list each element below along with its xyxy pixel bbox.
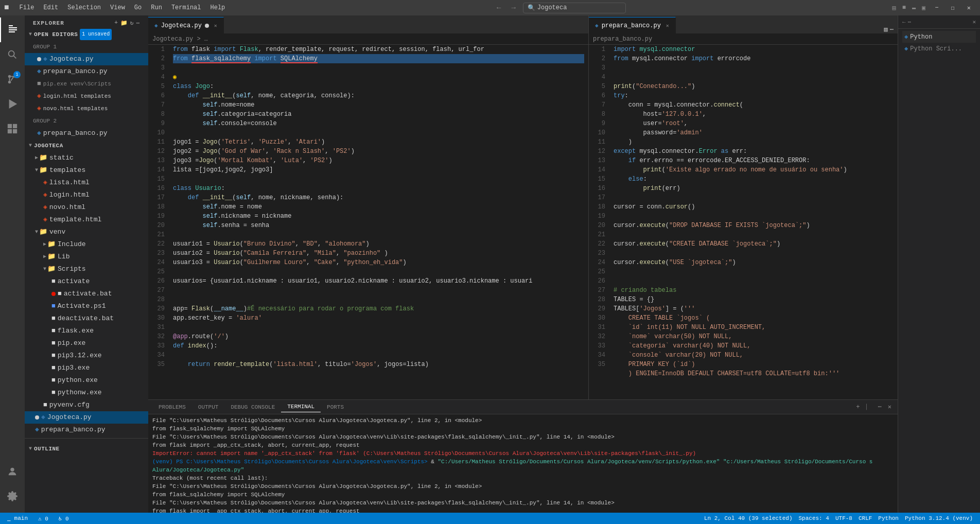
file-icon-deactivate: ■ — [51, 313, 56, 324]
sidebar-item-novo[interactable]: ◈ novo.html — [25, 201, 148, 214]
tab-output[interactable]: OUTPUT — [192, 402, 225, 412]
layout-icon-2[interactable]: ■ — [900, 4, 908, 11]
status-eol[interactable]: CRLF — [855, 515, 875, 521]
open-file-login[interactable]: ◈ login.html templates — [25, 90, 148, 102]
new-folder-icon[interactable]: 📁 — [120, 20, 128, 26]
tab-close-btn[interactable]: ✕ — [214, 23, 217, 29]
sidebar-item-deactivate-bat[interactable]: ■ deactivate.bat — [25, 312, 148, 325]
sidebar-item-pythonw[interactable]: ■ pythonw.exe — [25, 387, 148, 399]
nav-back-button[interactable]: ← — [494, 3, 504, 13]
sidebar-item-activate-bat[interactable]: ■ activate.bat — [25, 288, 148, 300]
terminal-add-icon[interactable]: + — [854, 403, 862, 412]
sidebar-item-login[interactable]: ◈ login.html — [25, 189, 148, 201]
group-2-header[interactable]: GROUP 2 — [25, 115, 148, 127]
sidebar-item-templates[interactable]: ▼ 📁 templates — [25, 164, 148, 177]
sidebar-item-jogoteca-py[interactable]: ◆ Jogoteca.py — [25, 411, 148, 424]
activity-explorer[interactable] — [0, 18, 25, 42]
sidebar-item-pip312[interactable]: ■ pip3.12.exe — [25, 350, 148, 362]
activity-extensions[interactable] — [0, 116, 25, 141]
file-icon-html: ◈ — [37, 91, 41, 102]
sidebar-item-scripts[interactable]: ▼ 📁 Scripts — [25, 263, 148, 275]
right-tab-close-btn[interactable]: ✕ — [666, 23, 669, 29]
status-branch[interactable]: ⎯ main — [4, 515, 31, 521]
sidebar-item-activate-ps1[interactable]: ■ Activate.ps1 — [25, 300, 148, 312]
terminal-content[interactable]: File "C:\Users\Matheus Stróligo\Document… — [148, 414, 898, 513]
terminal-split-icon[interactable]: ⎸ — [864, 403, 874, 412]
activity-accounts[interactable] — [0, 459, 25, 484]
terminal-panel: PROBLEMS OUTPUT DEBUG CONSOLE TERMINAL P… — [148, 399, 898, 513]
nav-forward-button[interactable]: → — [508, 3, 518, 13]
menu-help[interactable]: Help — [206, 3, 229, 12]
window-minimize-button[interactable]: − — [930, 2, 943, 13]
menu-file[interactable]: File — [15, 3, 39, 12]
menu-run[interactable]: Run — [147, 3, 166, 12]
tab-ports[interactable]: PORTS — [321, 402, 350, 412]
status-cursor[interactable]: Ln 2, Col 40 (39 selected) — [701, 515, 796, 521]
status-warnings[interactable]: ⚠ 0 — [35, 515, 51, 522]
new-file-icon[interactable]: + — [114, 20, 118, 26]
tab-problems[interactable]: PROBLEMS — [152, 402, 192, 412]
sidebar-item-python-exe[interactable]: ■ python.exe — [25, 374, 148, 387]
sidebar-item-prepara-py[interactable]: ◆ prepara_banco.py — [25, 424, 148, 436]
split-editor-icon[interactable]: ▤ — [884, 26, 888, 33]
open-editors-header[interactable]: ▼ OPEN EDITORS 1 unsaved — [25, 28, 148, 41]
sidebar-item-pip3[interactable]: ■ pip3.exe — [25, 362, 148, 374]
activity-search[interactable] — [0, 42, 25, 67]
menu-selection[interactable]: Selection — [63, 3, 105, 12]
right-panel-python[interactable]: ◆ Python ◆ Python Scri... — [898, 29, 980, 57]
sidebar-item-venv[interactable]: ▼ 📁 venv — [25, 226, 148, 238]
layout-icon-3[interactable]: ▬ — [910, 4, 918, 11]
menu-go[interactable]: Go — [130, 3, 146, 12]
status-python-version[interactable]: Python 3.12.4 (venv) — [902, 515, 976, 521]
sidebar-item-lib[interactable]: ▶ 📁 Lib — [25, 251, 148, 263]
right-panel-icon2[interactable]: ⋯ — [908, 19, 912, 25]
menu-view[interactable]: View — [106, 3, 129, 12]
status-spaces[interactable]: Spaces: 4 — [796, 515, 832, 521]
activity-settings[interactable] — [0, 484, 25, 509]
jogoteca-header[interactable]: ▼ JOGOTECA — [25, 139, 148, 152]
more-actions-icon[interactable]: ⋯ — [890, 26, 894, 33]
menu-terminal[interactable]: Terminal — [167, 3, 205, 12]
right-code-container[interactable]: 1234567891011121314151617181920212223242… — [589, 45, 898, 399]
left-code-content[interactable]: from flask import Flask, render_template… — [169, 45, 588, 399]
group-1-header[interactable]: GROUP 1 — [25, 41, 148, 53]
terminal-close-icon[interactable]: ✕ — [886, 402, 894, 412]
open-file-novo[interactable]: ◈ novo.html templates — [25, 102, 148, 115]
sidebar-item-lista[interactable]: ◈ lista.html — [25, 177, 148, 189]
sidebar-item-static[interactable]: ▶ 📁 static — [25, 152, 148, 164]
open-file-prepara[interactable]: ◆ prepara_banco.py — [25, 65, 148, 78]
layout-icon-1[interactable]: ▤ — [890, 4, 898, 12]
status-language[interactable]: Python — [875, 515, 902, 521]
status-encoding[interactable]: UTF-8 — [832, 515, 855, 521]
outline-section[interactable]: ▼ OUTLINE — [25, 438, 148, 459]
tab-debug-console[interactable]: DEBUG CONSOLE — [224, 402, 281, 412]
group2-file-prepara[interactable]: ◆ prepara_banco.py — [25, 127, 148, 139]
menu-edit[interactable]: Edit — [39, 3, 62, 12]
window-close-button[interactable]: ✕ — [962, 2, 976, 14]
open-file-jogoteca[interactable]: ◆ Jogoteca.py — [25, 53, 148, 65]
right-panel-icon1[interactable]: ← — [902, 19, 906, 25]
tab-prepara[interactable]: ◆ prepara_banco.py ✕ — [589, 17, 676, 33]
svg-line-11 — [11, 77, 14, 81]
layout-icon-4[interactable]: ▣ — [920, 4, 927, 12]
terminal-more-icon[interactable]: ⋯ — [876, 402, 884, 412]
open-file-pip[interactable]: ■ pip.exe venv\Scripts — [25, 78, 148, 90]
left-code-container[interactable]: 1234567891011121314151617181920212223242… — [148, 45, 588, 399]
refresh-icon[interactable]: ↻ — [130, 20, 134, 26]
sidebar-item-pyvenv[interactable]: ■ pyvenv.cfg — [25, 399, 148, 411]
activity-source-control[interactable]: 1 — [0, 67, 25, 92]
tab-terminal[interactable]: TERMINAL — [281, 401, 321, 412]
tab-jogoteca[interactable]: ◆ Jogoteca.py ✕ — [148, 17, 224, 33]
activity-run-debug[interactable] — [0, 92, 25, 116]
sidebar-item-template[interactable]: ◈ template.html — [25, 214, 148, 226]
right-panel-close[interactable]: ✕ — [972, 19, 976, 25]
right-code-content[interactable]: import mysql.connector from mysql.connec… — [609, 45, 898, 399]
search-bar[interactable]: 🔍 Jogoteca — [523, 3, 626, 13]
status-errors[interactable]: ♿ 0 — [56, 515, 72, 522]
collapse-icon[interactable]: ⋯ — [136, 20, 140, 26]
window-maximize-button[interactable]: ☐ — [946, 2, 960, 14]
sidebar-item-pip-exe[interactable]: ■ pip.exe — [25, 337, 148, 350]
sidebar-item-flask-exe[interactable]: ■ flask.exe — [25, 325, 148, 337]
sidebar-item-include[interactable]: ▶ 📁 Include — [25, 238, 148, 251]
sidebar-item-activate[interactable]: ■ activate — [25, 275, 148, 288]
